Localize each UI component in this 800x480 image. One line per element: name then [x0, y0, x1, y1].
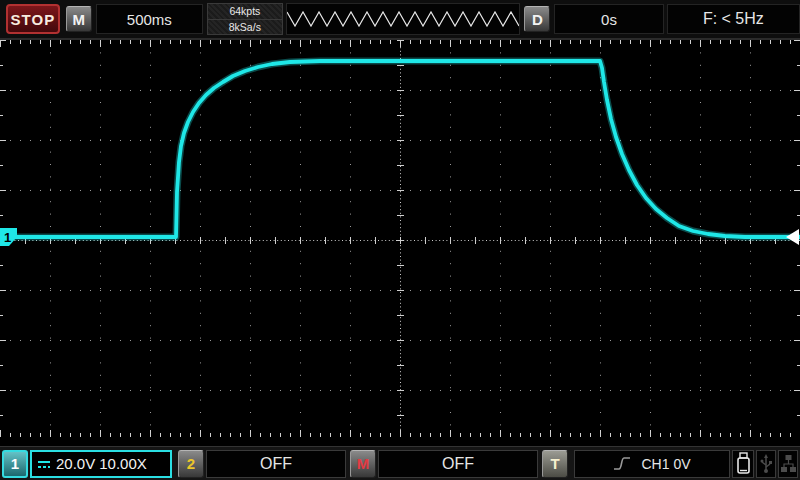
horizontal-menu-button[interactable]: M	[66, 6, 92, 32]
memory-waveform-zigzag-icon	[287, 4, 519, 34]
math-status[interactable]: OFF	[378, 450, 538, 478]
lan-panel	[778, 450, 798, 478]
oscilloscope-screen: STOP M 500ms 64kpts 8kSa/s D 0s F: < 5Hz…	[0, 0, 800, 480]
sample-rate: 8kSa/s	[207, 20, 283, 36]
trigger-source-level: CH1 0V	[641, 456, 690, 472]
usb-device-icon	[736, 452, 751, 475]
usb-host-panel	[756, 450, 776, 478]
channel1-probe: 10.00X	[99, 455, 147, 472]
channel1-scale: 20.0V	[56, 455, 95, 472]
scope-graticule-and-trace: 1	[0, 40, 800, 446]
dc-coupling-icon	[37, 458, 52, 470]
run-stop-button[interactable]: STOP	[6, 4, 60, 34]
bottom-bar: 1 20.0V 10.00X 2 OFF M OFF T CH1 0V	[0, 446, 800, 480]
display-menu-button[interactable]: D	[524, 6, 550, 32]
trigger-level-arrow	[786, 229, 799, 245]
trigger-button[interactable]: T	[542, 450, 568, 478]
timebase-readout[interactable]: 500ms	[96, 4, 203, 34]
trigger-status[interactable]: CH1 0V	[574, 450, 730, 478]
horizontal-offset-readout[interactable]: 0s	[554, 4, 663, 34]
frequency-counter: F: < 5Hz	[667, 4, 800, 34]
waveform-display[interactable]: 1	[0, 40, 800, 446]
channel1-settings[interactable]: 20.0V 10.00X	[30, 450, 172, 478]
channel2-status[interactable]: OFF	[206, 450, 346, 478]
usb-host-icon	[759, 452, 773, 475]
rising-edge-icon	[613, 455, 633, 473]
svg-text:1: 1	[4, 230, 11, 245]
memory-waveform-preview	[286, 3, 521, 35]
math-button[interactable]: M	[350, 450, 376, 478]
acquisition-readout: 64kpts 8kSa/s	[207, 3, 283, 35]
channel1-button[interactable]: 1	[2, 450, 28, 478]
memory-depth: 64kpts	[207, 3, 283, 20]
lan-icon	[780, 453, 797, 475]
top-bar: STOP M 500ms 64kpts 8kSa/s D 0s F: < 5Hz	[0, 0, 800, 40]
channel2-button[interactable]: 2	[178, 450, 204, 478]
usb-device-panel	[732, 450, 754, 478]
